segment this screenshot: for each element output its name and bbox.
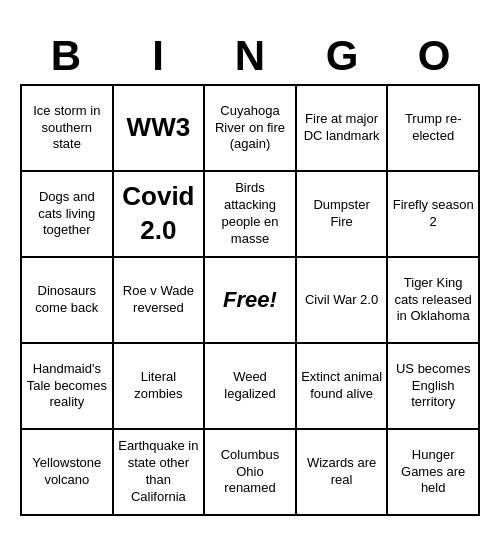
- bingo-cell[interactable]: Hunger Games are held: [388, 430, 480, 516]
- cell-text: Dumpster Fire: [301, 197, 383, 231]
- cell-text: Free!: [223, 286, 277, 315]
- cell-text: Dogs and cats living together: [26, 189, 108, 240]
- cell-text: Fire at major DC landmark: [301, 111, 383, 145]
- cell-text: Yellowstone volcano: [26, 455, 108, 489]
- cell-text: Cuyahoga River on fire (again): [209, 103, 291, 154]
- bingo-cell[interactable]: Firefly season 2: [388, 172, 480, 258]
- bingo-cell[interactable]: Extinct animal found alive: [297, 344, 389, 430]
- bingo-cell[interactable]: Columbus Ohio renamed: [205, 430, 297, 516]
- cell-text: Tiger King cats released in Oklahoma: [392, 275, 474, 326]
- cell-text: Ice storm in southern state: [26, 103, 108, 154]
- bingo-cell[interactable]: Cuyahoga River on fire (again): [205, 86, 297, 172]
- cell-text: Firefly season 2: [392, 197, 474, 231]
- bingo-cell[interactable]: Covid 2.0: [114, 172, 206, 258]
- header-letter: N: [204, 28, 296, 84]
- header-letter: I: [112, 28, 204, 84]
- bingo-cell[interactable]: Literal zombies: [114, 344, 206, 430]
- bingo-grid: Ice storm in southern stateWW3Cuyahoga R…: [20, 84, 480, 516]
- header-letter: O: [388, 28, 480, 84]
- bingo-cell[interactable]: WW3: [114, 86, 206, 172]
- cell-text: Covid 2.0: [118, 180, 200, 248]
- cell-text: Trump re-elected: [392, 111, 474, 145]
- bingo-cell[interactable]: Civil War 2.0: [297, 258, 389, 344]
- bingo-cell[interactable]: Ice storm in southern state: [22, 86, 114, 172]
- bingo-cell[interactable]: Birds attacking people en masse: [205, 172, 297, 258]
- bingo-header: BINGO: [20, 28, 480, 84]
- header-letter: G: [296, 28, 388, 84]
- cell-text: Civil War 2.0: [305, 292, 378, 309]
- bingo-cell[interactable]: Dinosaurs come back: [22, 258, 114, 344]
- bingo-cell[interactable]: Trump re-elected: [388, 86, 480, 172]
- bingo-cell[interactable]: US becomes English territory: [388, 344, 480, 430]
- cell-text: Literal zombies: [118, 369, 200, 403]
- cell-text: Roe v Wade reversed: [118, 283, 200, 317]
- cell-text: Handmaid's Tale becomes reality: [26, 361, 108, 412]
- bingo-cell[interactable]: Tiger King cats released in Oklahoma: [388, 258, 480, 344]
- bingo-cell[interactable]: Weed legalized: [205, 344, 297, 430]
- cell-text: Hunger Games are held: [392, 447, 474, 498]
- bingo-cell[interactable]: Wizards are real: [297, 430, 389, 516]
- cell-text: Columbus Ohio renamed: [209, 447, 291, 498]
- header-letter: B: [20, 28, 112, 84]
- bingo-cell[interactable]: Free!: [205, 258, 297, 344]
- cell-text: WW3: [127, 111, 191, 145]
- cell-text: Wizards are real: [301, 455, 383, 489]
- cell-text: US becomes English territory: [392, 361, 474, 412]
- bingo-cell[interactable]: Earthquake in state other than Californi…: [114, 430, 206, 516]
- bingo-cell[interactable]: Handmaid's Tale becomes reality: [22, 344, 114, 430]
- cell-text: Extinct animal found alive: [301, 369, 383, 403]
- cell-text: Dinosaurs come back: [26, 283, 108, 317]
- bingo-cell[interactable]: Yellowstone volcano: [22, 430, 114, 516]
- bingo-cell[interactable]: Dogs and cats living together: [22, 172, 114, 258]
- cell-text: Weed legalized: [209, 369, 291, 403]
- bingo-card: BINGO Ice storm in southern stateWW3Cuya…: [10, 18, 490, 526]
- cell-text: Earthquake in state other than Californi…: [118, 438, 200, 506]
- bingo-cell[interactable]: Fire at major DC landmark: [297, 86, 389, 172]
- bingo-cell[interactable]: Dumpster Fire: [297, 172, 389, 258]
- bingo-cell[interactable]: Roe v Wade reversed: [114, 258, 206, 344]
- cell-text: Birds attacking people en masse: [209, 180, 291, 248]
